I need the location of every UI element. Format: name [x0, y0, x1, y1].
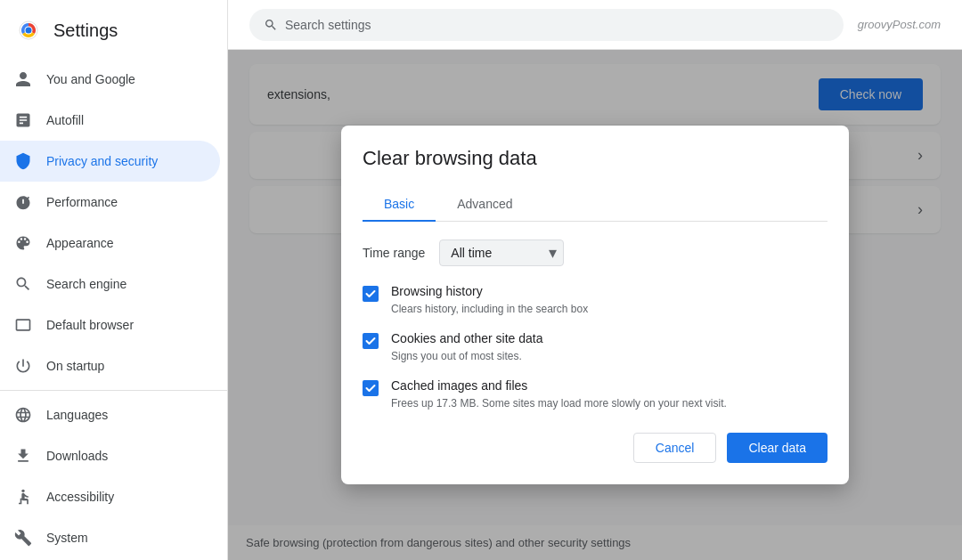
autofill-icon [14, 111, 32, 129]
sidebar-item-you-and-google[interactable]: You and Google [0, 59, 220, 100]
sidebar-item-label: Downloads [46, 449, 108, 463]
download-icon [14, 447, 32, 465]
sidebar-item-label: Accessibility [46, 490, 114, 504]
sidebar-item-autofill[interactable]: Autofill [0, 100, 220, 141]
sidebar-item-search-engine[interactable]: Search engine [0, 264, 220, 304]
sidebar-item-label: Autofill [46, 113, 84, 127]
modal-overlay: Clear browsing data Basic Advanced Time … [228, 50, 962, 560]
page-area: extensions, Check now › › Clear browsing… [228, 50, 962, 560]
checkbox-label: Browsing history [391, 284, 588, 298]
time-range-select[interactable]: All time Last hour Last 24 hours Last 7 … [439, 239, 564, 266]
sidebar-item-label: Search engine [46, 277, 126, 291]
sidebar-item-label: Default browser [46, 318, 134, 332]
checkmark-icon [365, 336, 376, 346]
checkbox-browsing-history[interactable] [363, 286, 379, 302]
time-range-label: Time range [363, 246, 425, 260]
checkbox-cached[interactable] [363, 380, 379, 396]
startup-icon [14, 357, 32, 375]
tab-basic[interactable]: Basic [363, 188, 436, 222]
checkbox-checked-icon[interactable] [363, 380, 379, 396]
sidebar-item-label: Performance [46, 195, 118, 209]
svg-point-3 [26, 28, 32, 34]
time-range-select-wrapper[interactable]: All time Last hour Last 24 hours Last 7 … [439, 239, 564, 266]
watermark: groovyPost.com [858, 18, 941, 31]
tab-advanced[interactable]: Advanced [436, 188, 534, 222]
search-icon [264, 18, 278, 32]
sidebar-item-system[interactable]: System [0, 517, 220, 558]
sidebar-item-label: On startup [46, 359, 104, 373]
checkbox-cookies[interactable] [363, 333, 379, 349]
checkbox-item-cached: Cached images and files Frees up 17.3 MB… [363, 378, 827, 411]
dialog-title: Clear browsing data [363, 147, 827, 170]
checkmark-icon [365, 288, 376, 299]
sidebar-item-default-browser[interactable]: Default browser [0, 304, 220, 345]
sidebar-item-performance[interactable]: Performance [0, 182, 220, 223]
checkbox-label: Cookies and other site data [391, 331, 542, 345]
top-bar: Search settings groovyPost.com [228, 0, 962, 50]
checkmark-icon [365, 383, 376, 394]
language-icon [14, 406, 32, 424]
checkbox-label: Cached images and files [391, 378, 727, 393]
chrome-logo-icon [14, 16, 43, 45]
checkbox-description: Signs you out of most sites. [391, 350, 522, 362]
search-box[interactable]: Search settings [249, 9, 844, 41]
shield-icon [14, 152, 32, 170]
sidebar: Settings You and Google Autofill Privacy… [0, 0, 228, 560]
checkbox-description: Clears history, including in the search … [391, 303, 588, 315]
app-logo-area: Settings [0, 7, 227, 59]
clear-data-button[interactable]: Clear data [727, 433, 827, 463]
browser-icon [14, 316, 32, 334]
performance-icon [14, 193, 32, 211]
sidebar-item-accessibility[interactable]: Accessibility [0, 476, 220, 517]
search-engine-icon [14, 275, 32, 293]
sidebar-item-label: System [46, 531, 88, 545]
sidebar-item-languages[interactable]: Languages [0, 394, 220, 435]
sidebar-item-label: Appearance [46, 236, 114, 250]
sidebar-item-appearance[interactable]: Appearance [0, 223, 220, 264]
clear-browsing-data-dialog: Clear browsing data Basic Advanced Time … [341, 126, 849, 483]
search-placeholder: Search settings [285, 18, 371, 32]
svg-point-4 [21, 490, 24, 492]
checkbox-description: Frees up 17.3 MB. Some sites may load mo… [391, 397, 727, 410]
time-range-row: Time range All time Last hour Last 24 ho… [363, 239, 827, 266]
dialog-footer: Cancel Clear data [363, 433, 827, 463]
sidebar-item-downloads[interactable]: Downloads [0, 435, 220, 476]
person-icon [14, 70, 32, 88]
cancel-button[interactable]: Cancel [633, 433, 717, 463]
checkbox-browsing-history-text: Browsing history Clears history, includi… [391, 284, 588, 317]
sidebar-item-label: Languages [46, 408, 108, 422]
checkbox-item-cookies: Cookies and other site data Signs you ou… [363, 331, 827, 364]
checkbox-checked-icon[interactable] [363, 286, 379, 302]
sidebar-divider [0, 390, 227, 391]
sidebar-item-on-startup[interactable]: On startup [0, 345, 220, 386]
main-content: Search settings groovyPost.com extension… [228, 0, 962, 560]
appearance-icon [14, 234, 32, 252]
checkbox-cookies-text: Cookies and other site data Signs you ou… [391, 331, 542, 364]
sidebar-item-privacy-and-security[interactable]: Privacy and security [0, 141, 220, 182]
app-title: Settings [53, 20, 118, 41]
sidebar-item-label: You and Google [46, 72, 135, 86]
sidebar-item-label: Privacy and security [46, 154, 158, 168]
dialog-tabs: Basic Advanced [363, 188, 827, 222]
checkbox-cached-text: Cached images and files Frees up 17.3 MB… [391, 378, 727, 411]
checkbox-item-browsing-history: Browsing history Clears history, includi… [363, 284, 827, 317]
system-icon [14, 529, 32, 547]
accessibility-icon [14, 488, 32, 506]
checkbox-checked-icon[interactable] [363, 333, 379, 349]
